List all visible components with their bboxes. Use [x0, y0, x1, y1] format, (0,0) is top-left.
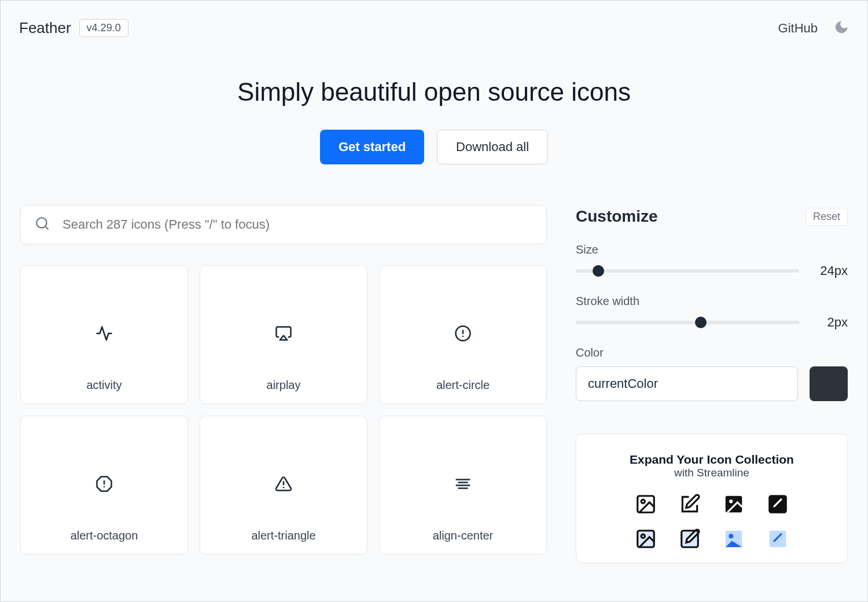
stroke-control: Stroke width 2px [576, 295, 848, 330]
customize-header: Customize Reset [576, 207, 848, 226]
svg-rect-22 [682, 531, 698, 548]
promo-edit-solid-icon [766, 492, 790, 516]
size-slider[interactable] [576, 269, 799, 273]
stroke-slider[interactable] [576, 321, 799, 324]
color-label: Color [576, 346, 848, 359]
header-left: Feather v4.29.0 [19, 19, 128, 37]
icon-card-alert-circle[interactable]: alert-circle [379, 265, 547, 404]
color-swatch[interactable] [810, 366, 848, 401]
size-slider-thumb[interactable] [593, 265, 604, 277]
color-control: Color [576, 346, 848, 401]
size-control: Size 24px [576, 243, 848, 278]
icon-label: align-center [433, 529, 494, 542]
icon-label: activity [86, 379, 122, 392]
svg-line-1 [45, 226, 48, 229]
logo[interactable]: Feather [19, 19, 71, 37]
version-badge[interactable]: v4.29.0 [79, 19, 128, 37]
icon-card-alert-octagon[interactable]: alert-octagon [20, 416, 188, 555]
promo-title: Expand Your Icon Collection [594, 453, 830, 467]
promo-image-solid-icon [722, 492, 746, 516]
search-input[interactable] [62, 217, 532, 232]
right-column: Customize Reset Size 24px Stroke width 2… [576, 205, 848, 563]
promo-image-duo-icon [634, 527, 658, 551]
promo-subtitle: with Streamline [594, 467, 830, 479]
customize-title: Customize [576, 207, 658, 226]
airplay-icon [275, 325, 292, 344]
github-link[interactable]: GitHub [778, 21, 818, 36]
icon-card-align-center[interactable]: align-center [379, 416, 547, 555]
color-input[interactable] [576, 366, 798, 401]
promo-edit-duo-icon [678, 527, 702, 551]
hero-buttons: Get started Download all [1, 130, 867, 164]
align-center-icon [454, 475, 472, 495]
alert-octagon-icon [95, 475, 113, 495]
icon-label: airplay [267, 379, 301, 392]
promo-image-flat-icon [722, 527, 746, 551]
stroke-value: 2px [813, 315, 848, 330]
icon-grid: activity airplay alert-circle alert-octa… [20, 265, 547, 555]
icon-card-alert-triangle[interactable]: alert-triangle [200, 416, 367, 555]
promo-card[interactable]: Expand Your Icon Collection with Streaml… [576, 434, 848, 563]
promo-edit-outline-icon [678, 492, 702, 516]
alert-triangle-icon [275, 475, 292, 495]
size-value: 24px [813, 263, 848, 278]
svg-point-24 [729, 534, 733, 538]
icon-label: alert-triangle [251, 529, 315, 542]
icon-label: alert-octagon [71, 529, 138, 542]
promo-edit-flat-icon [766, 527, 790, 551]
size-label: Size [576, 243, 848, 256]
hero: Simply beautiful open source icons Get s… [1, 49, 867, 188]
svg-marker-2 [280, 336, 288, 340]
stroke-slider-thumb[interactable] [695, 317, 707, 328]
download-all-button[interactable]: Download all [437, 130, 548, 164]
icon-card-airplay[interactable]: airplay [200, 265, 367, 404]
activity-icon [95, 325, 113, 344]
promo-image-outline-icon [634, 492, 658, 516]
get-started-button[interactable]: Get started [320, 130, 424, 164]
moon-icon[interactable] [834, 20, 849, 37]
promo-icons [594, 492, 830, 551]
left-column: activity airplay alert-circle alert-octa… [20, 205, 547, 563]
search-bar[interactable] [20, 205, 547, 244]
svg-point-16 [641, 500, 645, 503]
header-right: GitHub [778, 20, 849, 37]
icon-card-activity[interactable]: activity [20, 265, 188, 404]
stroke-label: Stroke width [576, 295, 848, 308]
hero-title: Simply beautiful open source icons [1, 78, 867, 107]
icon-label: alert-circle [436, 379, 490, 392]
alert-circle-icon [454, 325, 472, 344]
header: Feather v4.29.0 GitHub [1, 1, 867, 49]
main: activity airplay alert-circle alert-octa… [1, 188, 867, 563]
reset-button[interactable]: Reset [806, 208, 848, 226]
search-icon [35, 216, 62, 233]
svg-point-18 [729, 500, 733, 503]
